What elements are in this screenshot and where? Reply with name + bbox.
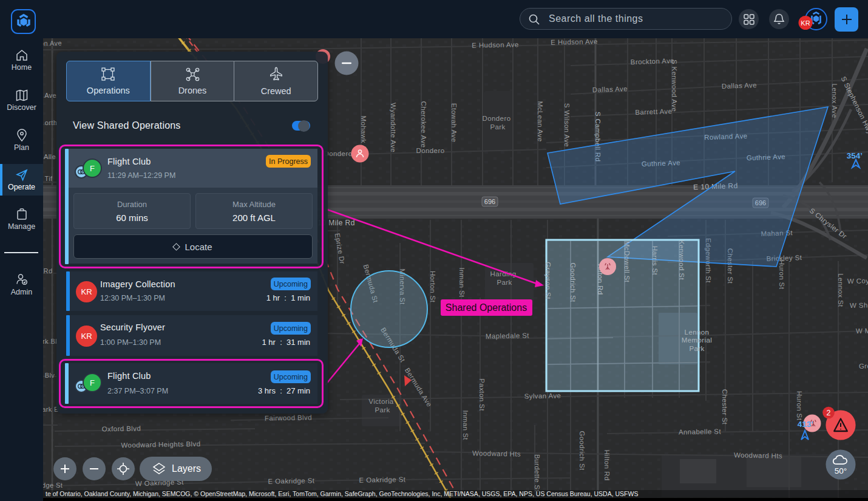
- svg-text:on Ave: on Ave: [43, 39, 62, 47]
- svg-text:Alle: Alle: [44, 153, 56, 160]
- svg-text:Park: Park: [497, 279, 512, 286]
- svg-text:McDowell St: McDowell St: [623, 241, 631, 283]
- svg-text:Fairwood Blvd: Fairwood Blvd: [265, 414, 312, 421]
- svg-text:354’: 354’: [847, 151, 863, 160]
- svg-text:S Wilson Ave: S Wilson Ave: [563, 103, 571, 147]
- svg-text:Park: Park: [689, 345, 704, 352]
- svg-text:Rd: Rd: [44, 267, 53, 274]
- svg-text:Dallas Ave: Dallas Ave: [592, 85, 628, 94]
- svg-text:Wyandotte Ave: Wyandotte Ave: [390, 103, 397, 152]
- svg-text:rk Bl: rk Bl: [43, 338, 57, 345]
- svg-text:Inman St: Inman St: [462, 410, 469, 440]
- svg-text:Tif: Tif: [44, 175, 53, 182]
- svg-text:Mapledale St: Mapledale St: [486, 332, 530, 339]
- svg-text:Woodward Hts: Woodward Hts: [472, 449, 521, 457]
- svg-text:E Oakridge St: E Oakridge St: [268, 477, 314, 485]
- svg-text:696: 696: [484, 198, 495, 205]
- svg-text:Horton St: Horton St: [429, 271, 436, 303]
- svg-text:Sylvan Ave: Sylvan Ave: [524, 392, 561, 400]
- svg-text:t Ave: t Ave: [43, 92, 56, 99]
- svg-text:E Hudson Ave: E Hudson Ave: [551, 38, 598, 46]
- svg-text:Goodrich St: Goodrich St: [569, 262, 577, 302]
- svg-text:Harris St: Harris St: [651, 246, 659, 276]
- svg-text:Huron St: Huron St: [778, 260, 785, 290]
- svg-text:Memorial: Memorial: [682, 336, 713, 344]
- svg-text:Goodrich St: Goodrich St: [578, 431, 586, 471]
- svg-text:Park: Park: [375, 406, 390, 414]
- svg-text:Huron St: Huron St: [796, 391, 803, 421]
- svg-text:dge St: dge St: [43, 482, 63, 489]
- svg-text:W Sherman Av: W Sherman Av: [850, 301, 868, 309]
- svg-text:Shared Operations: Shared Operations: [446, 302, 527, 313]
- svg-text:Dondero: Dondero: [483, 115, 511, 122]
- svg-text:orth: orth: [45, 119, 58, 126]
- svg-text:Paxton St: Paxton St: [478, 378, 486, 411]
- svg-text:Chester St: Chester St: [721, 389, 728, 425]
- svg-text:50°: 50°: [835, 466, 847, 475]
- svg-text:E Hudson Ave: E Hudson Ave: [472, 41, 519, 49]
- svg-text:W Coy Ave: W Coy Ave: [847, 277, 868, 285]
- svg-text:S Kenwood Ave: S Kenwood Ave: [671, 60, 678, 112]
- svg-text:McLean Ave: McLean Ave: [537, 101, 544, 141]
- svg-text:413’: 413’: [798, 420, 813, 429]
- svg-text:Kenwood St: Kenwood St: [678, 240, 685, 280]
- svg-text:Hilton Rd: Hilton Rd: [603, 450, 611, 481]
- svg-text:Grayson St: Grayson St: [544, 262, 552, 299]
- svg-text:Etowah Ave: Etowah Ave: [450, 103, 458, 143]
- svg-text:Woodward Heights Blvd: Woodward Heights Blvd: [121, 440, 200, 449]
- svg-text:Dondero: Dondero: [324, 150, 353, 157]
- svg-text:Victoria: Victoria: [368, 398, 394, 405]
- svg-text:Green: Green: [859, 362, 868, 370]
- svg-text:Lennox St: Lennox St: [837, 273, 844, 307]
- svg-text:Burdette St: Burdette St: [534, 454, 541, 492]
- svg-text:KR: KR: [801, 19, 810, 27]
- svg-text:Oxford Blvd: Oxford Blvd: [102, 424, 141, 432]
- svg-text:Lennon: Lennon: [685, 329, 710, 336]
- svg-text:E Oakridge St: E Oakridge St: [359, 475, 405, 483]
- svg-text:Inman St: Inman St: [458, 267, 466, 298]
- svg-text:Blv: Blv: [45, 372, 55, 379]
- svg-text:Barrett Ave: Barrett Ave: [635, 107, 672, 116]
- svg-text:Annabelle St: Annabelle St: [679, 428, 722, 435]
- svg-text:Lenox Ave: Lenox Ave: [831, 83, 838, 118]
- svg-text:Cherokee Ave: Cherokee Ave: [420, 101, 427, 148]
- svg-text:2: 2: [827, 409, 831, 417]
- svg-text:Dallas Ave: Dallas Ave: [722, 81, 758, 90]
- svg-text:Park: Park: [490, 123, 505, 131]
- svg-text:Woodward Hts: Woodward Hts: [734, 451, 782, 459]
- svg-text:Dondero: Dondero: [416, 147, 445, 154]
- svg-text:W Mapledale St: W Mapledale St: [856, 326, 868, 335]
- svg-text:Brockton Ave: Brockton Ave: [630, 57, 674, 66]
